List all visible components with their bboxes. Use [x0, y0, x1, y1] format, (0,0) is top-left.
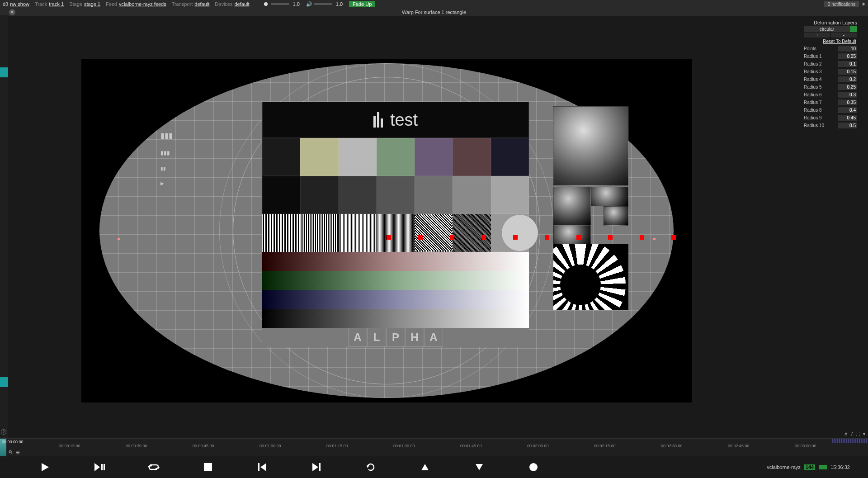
reset-to-default-button[interactable]: Reset To Default [804, 38, 857, 45]
warp-point[interactable] [481, 235, 486, 240]
timeline-mark: 00:01:00.00 [259, 444, 281, 448]
triangle-small-icon: ▶ [160, 181, 173, 186]
stage-label: Stage [69, 1, 82, 7]
play-section-button[interactable] [72, 462, 127, 472]
timeline-mark: 00:00:30.00 [126, 444, 147, 448]
timeline-mark: 00:02:45.00 [728, 444, 750, 448]
deformation-property-row: Radius 80.4 [804, 106, 857, 114]
gray-swatch [339, 176, 377, 214]
color-swatch [377, 138, 415, 176]
property-label: Points [804, 46, 816, 51]
clock: 15:36:32 [830, 464, 850, 470]
property-value[interactable]: 0.35 [838, 99, 857, 105]
deformation-layer-name[interactable]: circular [804, 26, 850, 32]
zoom-out-icon[interactable]: 🔍︎ [8, 450, 13, 455]
property-label: Radius 5 [804, 85, 821, 90]
property-label: Radius 6 [804, 92, 821, 97]
brightness-slider[interactable] [271, 3, 289, 5]
main-viewport[interactable]: ▮▮▮ ▮▮▮ ▮▮ ▶ test ALPHA [81, 59, 692, 402]
stop-button[interactable] [181, 463, 235, 471]
property-value[interactable]: 0.15 [838, 69, 857, 75]
brightness-icon[interactable] [264, 2, 268, 6]
property-value[interactable]: 0.3 [838, 92, 857, 98]
deformation-property-row: Radius 50.25 [804, 83, 857, 91]
gradient-red [262, 252, 529, 271]
fps-counter: 144 [804, 464, 815, 470]
warp-marker-right[interactable] [653, 238, 656, 240]
timeline-mark: 00:01:30.00 [393, 444, 415, 448]
fade-up-button[interactable]: Fade Up [349, 1, 375, 7]
property-value[interactable]: 0.4 [838, 107, 857, 113]
svg-rect-2 [101, 464, 103, 470]
volume-icon[interactable]: 🔊 [306, 1, 312, 7]
timeline-mark: 00:02:00.00 [527, 444, 549, 448]
zoom-in-icon[interactable]: ⊕ [16, 450, 20, 455]
transport-value[interactable]: default [194, 1, 209, 7]
warp-point[interactable] [608, 235, 613, 240]
next-button[interactable] [289, 462, 344, 472]
undo-button[interactable] [344, 462, 398, 472]
chevron-down-icon[interactable]: ▾ [863, 431, 865, 436]
warp-marker-left[interactable] [118, 238, 120, 240]
property-value[interactable]: 0.5 [838, 123, 857, 128]
loop-button[interactable] [127, 462, 181, 472]
add-layer-button[interactable]: + [804, 32, 830, 38]
deformation-layer-color[interactable] [850, 26, 857, 32]
sidebar-marker-1[interactable] [0, 67, 8, 77]
remove-layer-button[interactable]: - [830, 32, 857, 38]
svg-marker-13 [476, 464, 483, 470]
show-name[interactable]: nw show [10, 1, 29, 7]
deformation-property-row: Radius 90.45 [804, 114, 857, 122]
property-value[interactable]: 10 [838, 46, 857, 52]
property-label: Radius 10 [804, 123, 824, 128]
up-button[interactable] [398, 463, 452, 471]
property-value[interactable]: 0.25 [838, 84, 857, 90]
svg-marker-12 [421, 464, 429, 470]
property-value[interactable]: 0.05 [838, 53, 857, 59]
property-label: Radius 3 [804, 69, 821, 74]
gradient-blue [262, 290, 529, 309]
property-label: Radius 7 [804, 100, 821, 105]
deformation-header: Deformation Layers [804, 20, 857, 25]
stage-value[interactable]: stage 1 [84, 1, 100, 7]
notifications-expand-icon[interactable] [863, 2, 865, 6]
property-value[interactable]: 0.45 [838, 115, 857, 121]
brightness-value[interactable]: 1.0 [293, 1, 300, 7]
volume-slider[interactable] [314, 3, 332, 5]
warp-point[interactable] [513, 235, 518, 240]
warp-point[interactable] [671, 235, 676, 240]
warp-point[interactable] [418, 235, 423, 240]
warp-point[interactable] [387, 235, 391, 240]
svg-marker-0 [42, 463, 49, 471]
warp-point[interactable] [640, 235, 644, 240]
play-button[interactable] [18, 462, 72, 472]
help-icon[interactable]: ? [1, 429, 6, 435]
property-value[interactable]: 0.2 [838, 76, 857, 82]
down-button[interactable] [452, 463, 506, 471]
alpha-letter: P [386, 328, 405, 347]
record-button[interactable] [506, 463, 561, 472]
track-value[interactable]: track 1 [49, 1, 64, 7]
warp-point[interactable] [545, 235, 549, 240]
person-icon[interactable]: ⋔ [844, 431, 848, 436]
fullscreen-icon[interactable]: ⛶ [856, 431, 860, 436]
property-label: Radius 2 [804, 62, 821, 66]
warp-point[interactable] [576, 235, 581, 240]
test-torus [553, 244, 628, 310]
timeline[interactable]: 00:00:00.00 00:00:15.0000:00:30.0000:00:… [0, 438, 868, 456]
timeline-end-ruler [832, 439, 868, 443]
feed-value[interactable]: vclaiborne-rayz feeds [119, 1, 166, 7]
play-small-icon: ▮▮ [160, 166, 173, 171]
property-value[interactable]: 0.1 [838, 61, 857, 67]
sidebar-marker-2[interactable] [0, 377, 8, 387]
devices-value[interactable]: default [234, 1, 249, 7]
prev-button[interactable] [235, 462, 289, 472]
gray-swatch [491, 176, 529, 214]
close-icon[interactable]: ✕ [9, 9, 15, 15]
warp-control-points[interactable] [387, 235, 676, 240]
warp-point[interactable] [450, 235, 454, 240]
notifications-button[interactable]: 0 notifications [824, 1, 859, 7]
alpha-letter: A [424, 328, 443, 347]
volume-value[interactable]: 1.0 [336, 1, 343, 7]
feed-label: Feed [106, 1, 117, 7]
